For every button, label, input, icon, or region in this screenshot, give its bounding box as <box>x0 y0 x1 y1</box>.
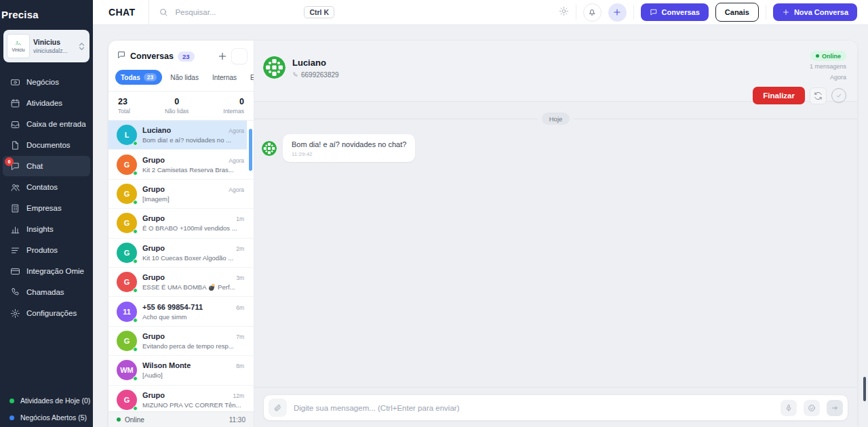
page-title: CHAT <box>108 7 135 18</box>
message-bubble: Bom dia! e aí? novidades no chat? 11:29:… <box>283 134 415 162</box>
online-status-badge: Online <box>810 51 846 61</box>
sidebar-item-documentos[interactable]: Documentos <box>3 135 90 155</box>
conversation-list-item[interactable]: G Grupo 2m Kit 10 Cuecas Boxer Algodão .… <box>108 239 254 268</box>
conversation-list-item[interactable]: G Grupo Agora Kit 2 Camisetas Reserva Br… <box>108 150 254 179</box>
send-button[interactable] <box>827 400 843 416</box>
sidebar-item-produtos[interactable]: Produtos <box>3 240 90 260</box>
avatar-initials: G <box>124 337 130 345</box>
message-input[interactable] <box>294 404 774 412</box>
divider <box>766 5 766 20</box>
online-dot <box>133 376 138 381</box>
conversation-time: Agora <box>224 157 244 164</box>
online-dot <box>133 288 138 293</box>
avatar-alt-text: Viniciu <box>12 47 24 52</box>
check-icon <box>835 92 843 100</box>
conversation-list-item[interactable]: G Grupo 12m MIZUNO PRA VC CORRER Tên... <box>108 386 254 411</box>
user-subtitle: viniciusdalz... <box>33 47 68 54</box>
sidebar-item-configuracoes[interactable]: Configurações <box>3 303 90 323</box>
quick-add-button[interactable] <box>608 3 627 22</box>
chat-icon: 6 <box>9 161 20 171</box>
conversation-name: Grupo <box>142 332 165 340</box>
panel-options-button[interactable] <box>232 49 247 64</box>
sidebar-item-chat[interactable]: 6 Chat <box>3 156 90 176</box>
tab-externas[interactable]: Externas <box>245 70 254 85</box>
conversation-avatar: L <box>117 125 137 145</box>
online-dot <box>133 318 138 323</box>
attach-file-button[interactable] <box>269 399 287 417</box>
conversation-list-item[interactable]: G Grupo 3m ESSE É UMA BOMBA 💣 Perf... <box>108 268 254 297</box>
tab-internas[interactable]: Internas <box>207 70 242 85</box>
conversation-list-item[interactable]: G Grupo 1m É O BRABO +100mil vendidos ..… <box>108 209 254 238</box>
online-dot <box>133 347 138 352</box>
global-search[interactable] <box>159 7 256 17</box>
stat-internas: 0 Internas <box>223 97 244 115</box>
page-scrollbar-thumb[interactable] <box>863 377 866 401</box>
atividades-hoje-link[interactable]: Atividades de Hoje (0) <box>9 396 90 405</box>
avatar-initials: G <box>124 278 130 286</box>
negocios-abertos-link[interactable]: Negócios Abertos (5) <box>9 413 90 422</box>
canais-toggle-button[interactable]: Canais <box>715 3 759 22</box>
conversations-title: Conversas <box>130 52 174 61</box>
conversation-list-item[interactable]: WM Wilson Monte 8m [Audio] <box>108 356 254 385</box>
message-count-text: 1 mensagens <box>810 62 846 72</box>
date-divider: Hoje <box>254 113 857 125</box>
sidebar-item-empresas[interactable]: Empresas <box>3 198 90 218</box>
divider <box>633 5 634 20</box>
conversation-list-item[interactable]: L Luciano Agora Bom dia! e aí? novidades… <box>108 121 247 150</box>
conversation-name: Grupo <box>142 244 165 252</box>
sidebar-item-insights[interactable]: Insights <box>3 219 90 239</box>
list-scrollbar-thumb[interactable] <box>249 129 252 171</box>
green-dot <box>9 399 14 403</box>
search-icon <box>159 7 168 17</box>
conversation-time: Agora <box>224 186 244 193</box>
sidebar-item-caixa-de-entrada[interactable]: Caixa de entrada <box>3 114 90 134</box>
conversation-name: Grupo <box>142 156 165 164</box>
topbar: CHAT Ctrl K Conversas Canais Nova Conver… <box>93 0 868 25</box>
sidebar-item-integracao-omie[interactable]: Integração Omie <box>3 261 90 281</box>
chat-panel: Luciano 6699263829 Online 1 mensagens Ag… <box>254 41 857 427</box>
mark-resolved-button[interactable] <box>831 88 846 103</box>
app-logo: Precisa <box>0 0 93 20</box>
avatar-initials: WM <box>120 366 134 374</box>
online-dot <box>133 259 138 264</box>
conversations-header: Conversas 23 <box>108 41 254 70</box>
conversation-avatar: G <box>117 213 137 233</box>
avatar-initials: 11 <box>123 308 131 316</box>
user-profile-card[interactable]: Viniciu Vinicius viniciusdalz... <box>3 30 90 62</box>
tab-nao-lidas[interactable]: Não lidas <box>165 70 204 85</box>
conversation-list-item[interactable]: 11 +55 66 99854-711 6m Acho que simm <box>108 297 254 326</box>
tab-todas[interactable]: Todas 23 <box>115 70 162 85</box>
composer-zone <box>254 387 857 427</box>
avatar-initials: G <box>124 219 130 227</box>
user-name: Vinicius <box>33 38 68 47</box>
clock-text: 11:30 <box>229 416 245 424</box>
theme-toggle-sun-icon[interactable] <box>559 6 569 19</box>
emoji-button[interactable] <box>804 400 820 416</box>
list-icon <box>9 245 20 256</box>
conversas-toggle-button[interactable]: Conversas <box>641 3 709 21</box>
chat-bubble-icon <box>117 50 126 62</box>
sidebar-item-negocios[interactable]: Negócios <box>3 72 90 92</box>
contact-phone: 6699263829 <box>301 71 339 79</box>
online-dot <box>133 229 138 234</box>
notifications-button[interactable] <box>583 3 601 22</box>
connection-status-bar: Online 11:30 <box>108 411 254 427</box>
nova-conversa-button[interactable]: Nova Conversa <box>773 3 857 21</box>
add-conversation-button[interactable] <box>217 51 228 62</box>
conversation-list-item[interactable]: G Grupo 7m Evitando perca de tempo resp.… <box>108 327 254 356</box>
online-dot <box>133 141 138 146</box>
conversation-name: Grupo <box>142 273 165 281</box>
tab-count-badge: 23 <box>144 73 157 81</box>
users-icon <box>9 182 20 192</box>
conversation-list-item[interactable]: G Grupo Agora [Imagem] <box>108 180 254 209</box>
user-avatar: Viniciu <box>7 34 30 58</box>
sidebar-item-contatos[interactable]: Contatos <box>3 177 90 197</box>
conversation-time: 12m <box>229 392 244 399</box>
last-activity-text: Agora <box>830 73 846 83</box>
voice-message-button[interactable] <box>781 400 797 416</box>
search-input[interactable] <box>175 8 256 16</box>
message-row: Bom dia! e aí? novidades no chat? 11:29:… <box>262 134 857 162</box>
conversation-avatar: G <box>117 390 137 410</box>
sidebar-item-atividades[interactable]: Atividades <box>3 93 90 113</box>
sidebar-item-chamadas[interactable]: Chamadas <box>3 282 90 302</box>
